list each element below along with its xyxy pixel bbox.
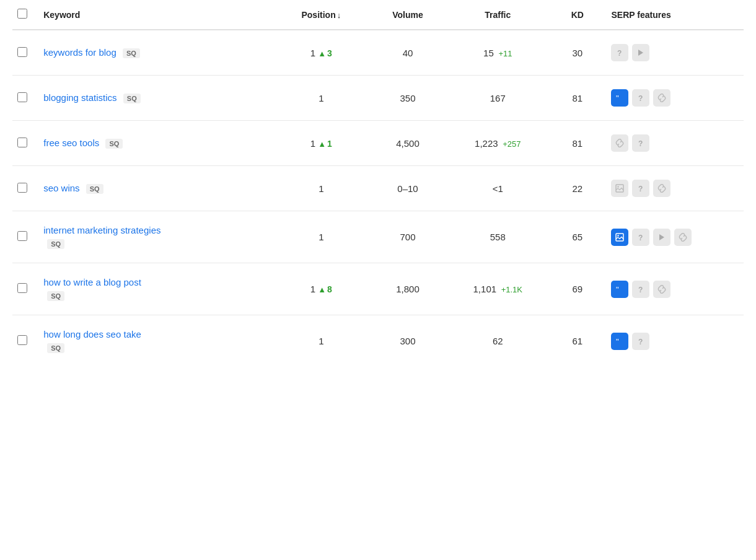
svg-text:?: ? xyxy=(638,94,643,102)
row-checkbox[interactable] xyxy=(17,231,27,241)
volume-value: 0–10 xyxy=(397,183,418,194)
sitelinks-icon[interactable] xyxy=(653,180,670,197)
serp-column-header: SERP features xyxy=(605,0,744,30)
keyword-link[interactable]: seo wins xyxy=(43,183,79,193)
serp-icons-group: ? xyxy=(611,44,737,61)
volume-value: 350 xyxy=(400,93,416,103)
position-change: 3 xyxy=(327,48,332,58)
row-checkbox-cell xyxy=(12,263,37,315)
position-cell: 1▲3 xyxy=(273,30,369,76)
image-pack-icon[interactable] xyxy=(611,180,628,197)
volume-value: 4,500 xyxy=(396,138,420,149)
keyword-cell: how long does seo take SQ xyxy=(37,315,273,367)
traffic-cell: 167 xyxy=(446,76,550,121)
serp-icons-group: ? xyxy=(611,134,737,152)
table-row: internet marketing strategies SQ 1700558… xyxy=(12,211,744,263)
svg-text:": " xyxy=(616,285,619,294)
sitelinks-icon[interactable] xyxy=(653,281,670,298)
kd-cell: 30 xyxy=(550,30,605,76)
serp-cell: " ? xyxy=(605,76,744,121)
row-checkbox[interactable] xyxy=(17,92,27,102)
kd-value: 61 xyxy=(572,336,582,346)
sitelinks-icon[interactable] xyxy=(611,134,628,152)
video-icon[interactable] xyxy=(632,44,649,61)
row-checkbox[interactable] xyxy=(17,283,27,293)
keyword-link[interactable]: how long does seo take xyxy=(43,329,141,339)
select-all-checkbox[interactable] xyxy=(17,9,27,19)
volume-cell: 700 xyxy=(370,211,446,263)
table-row: how to write a blog post SQ 1▲81,8001,10… xyxy=(12,263,744,315)
position-cell: 1 xyxy=(273,76,369,121)
position-change: 1 xyxy=(327,139,332,149)
traffic-plus: +1.1K xyxy=(499,285,522,294)
traffic-value: 1,223 xyxy=(475,138,498,149)
image-pack-icon[interactable] xyxy=(611,229,628,246)
keyword-link[interactable]: how to write a blog post xyxy=(43,277,141,287)
faq-icon[interactable]: ? xyxy=(632,333,649,350)
traffic-value: 558 xyxy=(490,232,506,242)
featured-snippet-icon[interactable]: " xyxy=(611,333,628,350)
traffic-cell: 15 +11 xyxy=(446,30,550,76)
traffic-value: 167 xyxy=(490,93,506,103)
traffic-cell: 558 xyxy=(446,211,550,263)
video-icon[interactable] xyxy=(653,229,670,246)
svg-text:": " xyxy=(616,337,619,346)
table-row: free seo tools SQ 1▲14,5001,223 +25781 ? xyxy=(12,121,744,166)
keyword-column-header: Keyword xyxy=(37,0,273,30)
volume-value: 700 xyxy=(400,232,416,242)
featured-snippet-icon[interactable]: " xyxy=(611,281,628,298)
featured-snippet-icon[interactable]: ? xyxy=(611,44,628,61)
keyword-cell: seo wins SQ xyxy=(37,166,273,211)
sitelinks-icon[interactable] xyxy=(674,229,692,246)
row-checkbox-cell xyxy=(12,166,37,211)
row-checkbox-cell xyxy=(12,315,37,367)
row-checkbox[interactable] xyxy=(17,335,27,345)
traffic-cell: 62 xyxy=(446,315,550,367)
faq-icon[interactable]: ? xyxy=(632,89,649,107)
traffic-value: 15 xyxy=(483,48,494,58)
faq-icon[interactable]: ? xyxy=(632,229,649,246)
faq-icon[interactable]: ? xyxy=(632,134,649,152)
sitelinks-icon[interactable] xyxy=(653,89,670,107)
position-arrow: ▲ xyxy=(318,49,326,58)
sq-badge: SQ xyxy=(47,239,64,249)
kd-cell: 65 xyxy=(550,211,605,263)
svg-text:?: ? xyxy=(638,185,643,193)
volume-value: 300 xyxy=(400,336,416,346)
kd-value: 65 xyxy=(572,232,582,242)
table-row: blogging statistics SQ 135016781 " ? xyxy=(12,76,744,121)
faq-icon[interactable]: ? xyxy=(632,180,649,197)
position-value: 1 xyxy=(310,138,315,149)
kd-value: 69 xyxy=(572,284,582,294)
svg-text:?: ? xyxy=(638,139,643,147)
kd-cell: 61 xyxy=(550,315,605,367)
keyword-link[interactable]: keywords for blog xyxy=(43,47,116,58)
position-change: 8 xyxy=(327,284,332,294)
kd-cell: 81 xyxy=(550,121,605,166)
keyword-link[interactable]: blogging statistics xyxy=(43,92,116,103)
kd-value: 30 xyxy=(572,48,582,58)
row-checkbox[interactable] xyxy=(17,47,27,57)
row-checkbox[interactable] xyxy=(17,183,27,193)
position-column-header[interactable]: Position↓ xyxy=(273,0,369,30)
keyword-cell: blogging statistics SQ xyxy=(37,76,273,121)
sq-badge: SQ xyxy=(105,139,123,149)
traffic-plus: +257 xyxy=(501,139,521,149)
position-arrow: ▲ xyxy=(318,139,326,149)
featured-snippet-icon[interactable]: " xyxy=(611,89,628,107)
keyword-cell: how to write a blog post SQ xyxy=(37,263,273,315)
traffic-value: 62 xyxy=(493,336,503,346)
position-value: 1 xyxy=(310,48,315,58)
traffic-value: <1 xyxy=(493,183,503,194)
position-arrow: ▲ xyxy=(318,285,326,294)
kd-cell: 81 xyxy=(550,76,605,121)
traffic-column-header: Traffic xyxy=(446,0,550,30)
faq-icon[interactable]: ? xyxy=(632,281,649,298)
row-checkbox-cell xyxy=(12,76,37,121)
keyword-link[interactable]: internet marketing strategies xyxy=(43,225,160,235)
keyword-link[interactable]: free seo tools xyxy=(43,138,99,148)
serp-cell: ? xyxy=(605,211,744,263)
volume-cell: 1,800 xyxy=(370,263,446,315)
row-checkbox[interactable] xyxy=(17,138,27,147)
position-value: 1 xyxy=(319,232,323,242)
